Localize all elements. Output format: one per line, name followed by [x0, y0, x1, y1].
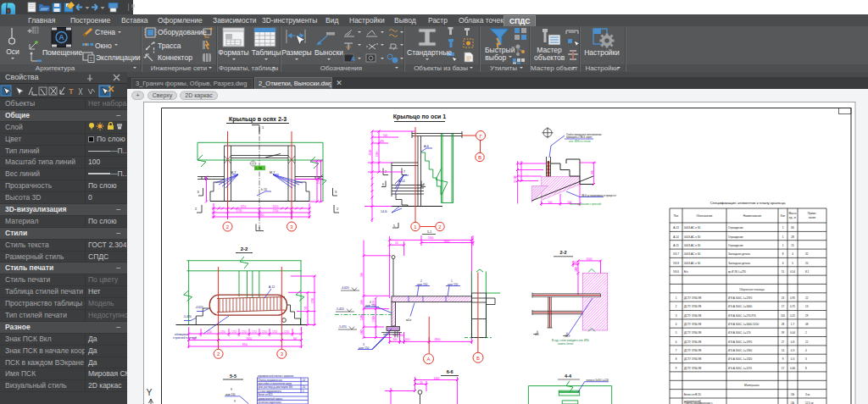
svg-text:50: 50: [395, 241, 398, 245]
svg-text:ДСТУ 3760-98: ДСТУ 3760-98: [684, 357, 702, 361]
svg-text:4: 4: [782, 262, 784, 265]
svg-text:А-Б: А-Б: [424, 145, 430, 148]
svg-text:ДСТУ 3760-98: ДСТУ 3760-98: [684, 340, 702, 344]
svg-text:шов 150: шов 150: [417, 283, 427, 286]
svg-text:шероховатой): шероховатой): [684, 400, 701, 403]
svg-text:Сборочные единицы: Сборочные единицы: [739, 288, 765, 291]
svg-text:300: 300: [293, 337, 298, 340]
svg-text:-10: -10: [302, 379, 305, 382]
svg-text:2-2: 2-2: [560, 250, 567, 255]
svg-text:0.04: 0.04: [790, 331, 795, 335]
svg-text:керамической плитки с шерохов.: керамической плитки с шерохов.: [258, 374, 294, 378]
svg-text:ДСТУ 3760-98: ДСТУ 3760-98: [684, 305, 702, 308]
svg-text:м1л: м1л: [406, 318, 411, 322]
svg-text:Закладная деталь: Закладная деталь: [728, 252, 751, 256]
svg-text:300: 300: [192, 337, 197, 340]
svg-text:0003-АС л 30: 0003-АС л 30: [684, 226, 700, 230]
svg-text:28: 28: [791, 235, 794, 239]
svg-text:Ø 8 А 300С, L=170: Ø 8 А 300С, L=170: [728, 331, 751, 335]
svg-text:6: 6: [382, 183, 384, 186]
svg-text:шов 150: шов 150: [448, 283, 458, 286]
svg-text:15: 15: [791, 244, 794, 247]
svg-text:Плитка керамическая: Плитка керамическая: [259, 379, 283, 382]
svg-text:Ограждение: Ограждение: [728, 226, 743, 230]
svg-text:-4.620: -4.620: [341, 286, 349, 290]
svg-text:1280: 1280: [372, 316, 376, 322]
svg-text:шов 150: шов 150: [365, 304, 376, 307]
svg-text:1250: 1250: [220, 330, 226, 334]
svg-text:отв. Ø36 в стенке: отв. Ø36 в стенке: [569, 140, 591, 143]
svg-text:цем. раствор д-циан марки 300: цем. раствор д-циан марки 300: [259, 385, 293, 389]
svg-text:Бетон кл В 20: Бетон кл В 20: [684, 393, 701, 396]
svg-text:0003-АС л 30: 0003-АС л 30: [684, 262, 700, 265]
svg-text:А-13: А-13: [673, 226, 679, 230]
svg-text:48: 48: [805, 323, 809, 326]
svg-text:Ограждение: Ограждение: [728, 244, 743, 247]
svg-text:100: 100: [573, 261, 578, 264]
svg-text:6: 6: [423, 183, 425, 186]
svg-text:23: 23: [782, 296, 785, 300]
svg-text:750: 750: [360, 273, 364, 278]
svg-text:3.8-6: 3.8-6: [673, 270, 679, 274]
svg-text:8: 8: [676, 357, 677, 361]
svg-text:А-15: А-15: [673, 244, 679, 247]
svg-text:4800: 4800: [434, 338, 440, 341]
svg-text:14-Б: 14-Б: [381, 210, 387, 213]
svg-text:А-14: А-14: [673, 235, 679, 239]
svg-text:1: 1: [782, 244, 784, 247]
svg-text:0.46: 0.46: [790, 367, 795, 370]
svg-text:1250: 1250: [262, 330, 268, 334]
svg-text:1250: 1250: [242, 330, 248, 334]
svg-text:300: 300: [591, 170, 594, 174]
svg-text:М-7: М-7: [270, 171, 275, 174]
svg-text:5-5: 5-5: [230, 374, 236, 379]
svg-text:7: 7: [403, 170, 405, 174]
svg-text:бетонная подготовка: бетонная подготовка: [259, 401, 281, 404]
svg-text:9: 9: [234, 400, 236, 403]
svg-text:3.8-7: 3.8-7: [673, 252, 679, 256]
svg-text:600: 600: [405, 338, 410, 341]
svg-text:Бетон кл В25: Бетон кл В25: [259, 393, 274, 396]
svg-text:ед., кг: ед., кг: [789, 216, 797, 219]
svg-text:5: 5: [393, 224, 395, 228]
svg-text:2100: 2100: [376, 151, 379, 157]
svg-text:90 240: 90 240: [514, 174, 517, 183]
svg-text:13: 13: [805, 305, 809, 308]
svg-text:Ø 6 А 300С, L=3400: Ø 6 А 300С, L=3400: [728, 305, 753, 308]
svg-text:39: 39: [782, 331, 785, 335]
svg-text:Поз: Поз: [674, 214, 679, 218]
svg-text:0003-АС л 30: 0003-АС л 30: [684, 252, 700, 256]
svg-text:1000: 1000: [586, 257, 592, 261]
svg-text:0003-АС л 30: 0003-АС л 30: [684, 235, 700, 239]
svg-text:ДСТУ 3760-98: ДСТУ 3760-98: [684, 331, 702, 335]
svg-text:А: А: [426, 357, 430, 362]
svg-text:Наименование: Наименование: [743, 214, 762, 218]
svg-text:3 м³: 3 м³: [805, 393, 810, 396]
svg-text:500: 500: [383, 134, 387, 137]
svg-text:Б: Б: [476, 356, 480, 361]
svg-text:4-4: 4-4: [565, 374, 572, 379]
svg-text:300: 300: [399, 334, 404, 337]
svg-text:700: 700: [304, 306, 308, 310]
svg-text:Ø 8 А 300С, L=1970: Ø 8 А 300С, L=1970: [728, 340, 753, 344]
svg-text:66: 66: [791, 226, 794, 230]
svg-text:6: 6: [676, 340, 677, 344]
svg-text:5: 5: [676, 331, 677, 335]
svg-text:0.75: 0.75: [790, 305, 795, 308]
svg-text:8450: 8450: [247, 337, 253, 340]
svg-text:3540: 3540: [369, 149, 372, 155]
svg-text:29: 29: [805, 314, 809, 318]
svg-text:Ø 8 А 300С, L=2370: Ø 8 А 300С, L=2370: [728, 296, 753, 300]
svg-text:5: 5: [792, 262, 793, 265]
svg-text:Крыльцо по оси 1: Крыльцо по оси 1: [393, 113, 447, 120]
svg-text:9: 9: [782, 357, 784, 361]
svg-text:27: 27: [782, 340, 785, 344]
svg-text:Обозначение: Обозначение: [696, 214, 712, 218]
svg-text:0.54: 0.54: [790, 270, 795, 274]
svg-text:1.7: 1.7: [791, 323, 795, 326]
svg-text:СБ: СБ: [791, 393, 794, 396]
svg-text:0.25: 0.25: [790, 314, 795, 318]
svg-text:Ø 6 А 300С, L=1320: Ø 6 А 300С, L=1320: [728, 357, 753, 361]
svg-text:17: 17: [782, 305, 785, 308]
svg-text:Ø 6 А 300С, L=1170: Ø 6 А 300С, L=1170: [728, 367, 752, 370]
